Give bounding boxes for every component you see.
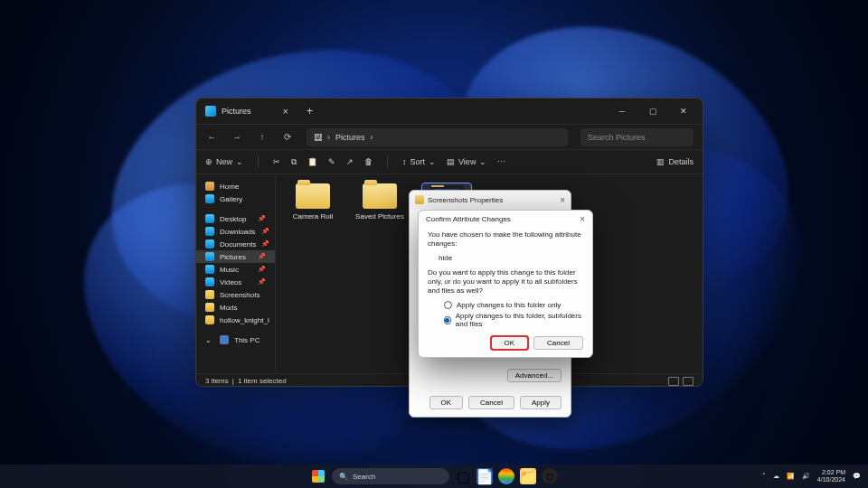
sort-button[interactable]: ↕Sort⌄ (402, 157, 436, 166)
advanced-button[interactable]: Advanced... (507, 369, 561, 382)
pictures-icon (205, 106, 216, 117)
cut-button[interactable]: ✂ (273, 157, 280, 166)
back-button[interactable]: ← (205, 132, 218, 142)
paste-button[interactable]: 📋 (307, 157, 317, 166)
close-button[interactable]: × (560, 195, 565, 205)
toolbar: ⊕New⌄ ✂ ⧉ 📋 ✎ ↗ 🗑 ↕Sort⌄ ▤View⌄ ⋯ ▥Detai… (196, 149, 703, 174)
maximize-button[interactable]: ▢ (637, 100, 668, 122)
delete-button[interactable]: 🗑 (364, 157, 373, 166)
folder-icon (363, 183, 397, 209)
confirm-dialog: Confirm Attribute Changes × You have cho… (418, 210, 593, 358)
more-button[interactable]: ⋯ (497, 157, 505, 166)
search-placeholder: Search Pictures (588, 133, 646, 142)
ok-button[interactable]: OK (429, 396, 464, 409)
confirm-message-1: You have chosen to make the following at… (428, 230, 583, 249)
sidebar-item-downloads[interactable]: Downloads📌 (196, 225, 275, 238)
status-selection: 1 item selected (238, 377, 287, 385)
confirm-titlebar: Confirm Attribute Changes × (419, 211, 592, 227)
radio-folder-only[interactable]: Apply changes to this folder only (428, 301, 583, 309)
tray-volume-icon[interactable]: 🔊 (802, 473, 810, 480)
cancel-button[interactable]: Cancel (468, 396, 514, 409)
details-pane-button[interactable]: ▥Details (656, 157, 693, 166)
rename-button[interactable]: ✎ (328, 157, 335, 166)
taskbar-clock[interactable]: 2:02 PM4/10/2024 (817, 469, 845, 483)
search-input[interactable]: Search Pictures (580, 128, 693, 146)
new-tab-button[interactable]: + (307, 105, 313, 117)
sidebar-item-home[interactable]: Home (196, 180, 275, 192)
close-button[interactable]: × (580, 214, 585, 224)
share-button[interactable]: ↗ (346, 157, 354, 166)
pinned-app[interactable]: ○ (542, 468, 558, 484)
view-list-button[interactable] (668, 377, 679, 386)
confirm-title: Confirm Attribute Changes (426, 215, 511, 223)
close-button[interactable]: ✕ (668, 100, 699, 122)
sidebar-item-documents[interactable]: Documents📌 (196, 238, 275, 250)
copy-button[interactable]: ⧉ (291, 157, 297, 167)
view-button[interactable]: ▤View⌄ (447, 157, 486, 166)
up-button[interactable]: ↑ (256, 132, 269, 142)
task-view-button[interactable]: ▢ (455, 468, 471, 484)
sidebar: Home Gallery Desktop📌 Downloads📌 Documen… (196, 174, 276, 373)
pinned-app[interactable]: 📄 (476, 468, 493, 484)
folder-saved-pictures[interactable]: Saved Pictures (355, 183, 404, 221)
forward-button[interactable]: → (231, 132, 243, 142)
address-bar-row: ← → ↑ ⟳ 🖼 › Pictures › Search Pictures (196, 124, 703, 149)
titlebar: Pictures × + ─ ▢ ✕ (196, 99, 703, 124)
breadcrumb-icon: 🖼 (314, 133, 322, 142)
view-grid-button[interactable] (683, 377, 693, 386)
sidebar-item-pictures[interactable]: Pictures📌 (196, 250, 275, 263)
pinned-app[interactable]: 📁 (520, 468, 536, 484)
window-title: Pictures (222, 107, 251, 116)
breadcrumb-segment[interactable]: Pictures (335, 133, 365, 142)
minimize-button[interactable]: ─ (607, 100, 637, 122)
confirm-change-list: hide (428, 254, 583, 263)
tray-wifi-icon[interactable]: 📶 (787, 473, 795, 480)
pinned-app[interactable] (498, 468, 514, 484)
sidebar-item-this-pc[interactable]: ⌄This PC (196, 333, 275, 346)
radio-folder-and-subfolders[interactable]: Apply changes to this folder, subfolders… (428, 312, 583, 328)
sidebar-item-hollow-knight[interactable]: hollow_knight_l (196, 314, 275, 326)
search-icon: 🔍 (339, 473, 348, 481)
notifications-button[interactable]: 💬 (853, 473, 861, 480)
sidebar-item-music[interactable]: Music📌 (196, 263, 275, 276)
folder-icon (415, 195, 424, 204)
properties-titlebar: Screenshots Properties × (410, 191, 571, 209)
properties-title: Screenshots Properties (428, 196, 503, 204)
tray-chevron-icon[interactable]: ˄ (762, 473, 766, 480)
taskbar-search[interactable]: 🔍Search (332, 468, 449, 484)
address-bar[interactable]: 🖼 › Pictures › (307, 128, 568, 146)
start-button[interactable] (310, 468, 326, 484)
breadcrumb-sep: › (371, 133, 373, 142)
sidebar-item-mods[interactable]: Mods (196, 301, 275, 314)
sidebar-item-videos[interactable]: Videos📌 (196, 276, 275, 288)
sidebar-item-desktop[interactable]: Desktop📌 (196, 212, 275, 225)
folder-icon (296, 183, 330, 209)
confirm-message-2: Do you want to apply this change to this… (428, 268, 583, 296)
taskbar: 🔍Search ▢ 📄 📁 ○ ˄ ☁ 📶 🔊 2:02 PM4/10/2024… (0, 465, 868, 488)
apply-button[interactable]: Apply (520, 396, 561, 409)
new-button[interactable]: ⊕New⌄ (205, 157, 243, 166)
status-item-count: 3 items (205, 377, 229, 385)
folder-camera-roll[interactable]: Camera Roll (288, 183, 337, 221)
cancel-button[interactable]: Cancel (533, 336, 583, 350)
close-tab-button[interactable]: × (283, 106, 288, 117)
tray-onedrive-icon[interactable]: ☁ (773, 473, 779, 480)
refresh-button[interactable]: ⟳ (281, 132, 294, 142)
breadcrumb-sep: › (327, 133, 330, 142)
ok-button[interactable]: OK (491, 336, 529, 350)
sidebar-item-screenshots[interactable]: Screenshots (196, 288, 275, 301)
sidebar-item-gallery[interactable]: Gallery (196, 192, 275, 205)
